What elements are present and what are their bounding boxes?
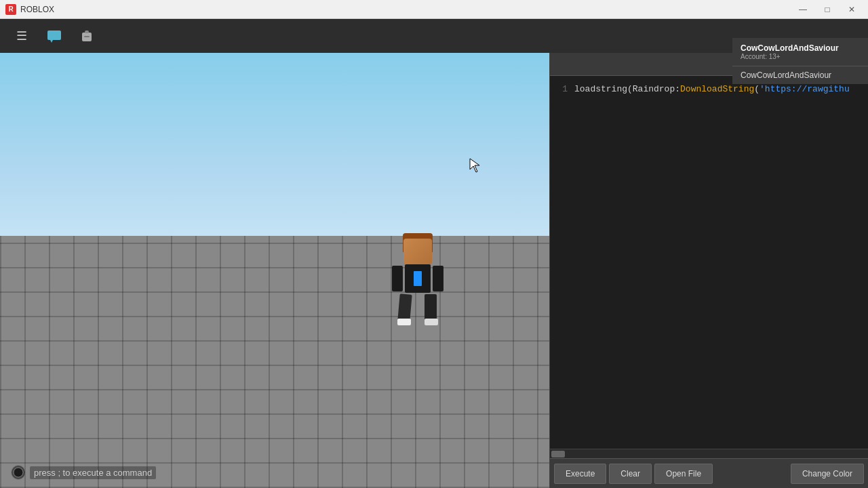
editor-scrollbar[interactable]: [550, 449, 868, 458]
svg-marker-1: [50, 40, 53, 43]
code-url: 'https://rawgithu: [760, 84, 850, 94]
backpack-icon: [79, 28, 94, 43]
svg-rect-0: [47, 30, 61, 40]
toolbar: ☰ CowCowLordAndSaviour Account: 13+ CowC…: [0, 19, 868, 53]
code-editor[interactable]: 1 loadstring(Raindrop:DownloadString('ht…: [550, 76, 868, 449]
user-account-type: Account: 13+: [741, 53, 860, 60]
character-shirt: [414, 271, 422, 286]
code-text-plain: loadstring(Raindrop:: [574, 84, 680, 94]
character-foot-right: [425, 319, 438, 325]
code-content: loadstring(Raindrop:DownloadString('http…: [574, 84, 850, 94]
character-head: [403, 239, 432, 264]
title-bar: R ROBLOX — □ ✕: [0, 0, 868, 19]
clear-button[interactable]: Clear: [609, 464, 652, 484]
hint-label: press ; to execute a command: [30, 466, 156, 479]
bottom-hint: press ; to execute a command: [11, 465, 156, 480]
semicolon-icon: [13, 467, 24, 478]
svg-point-5: [14, 468, 23, 477]
code-line-1: 1 loadstring(Raindrop:DownloadString('ht…: [550, 83, 868, 96]
chat-icon: [46, 28, 62, 44]
player-character: [391, 239, 445, 327]
user-info: CowCowLordAndSaviour Account: 13+: [732, 38, 868, 66]
code-text-method: DownloadString: [680, 84, 754, 94]
open-file-button[interactable]: Open File: [654, 464, 713, 484]
app-icon: R: [5, 4, 16, 15]
character-arm-left: [392, 266, 403, 291]
user-dropdown-item[interactable]: CowCowLordAndSaviour: [732, 66, 868, 84]
svg-rect-4: [84, 36, 90, 37]
character-arm-right: [433, 266, 443, 291]
character-torso: [405, 264, 431, 293]
line-number: 1: [550, 84, 574, 94]
character-leg-left: [397, 294, 412, 322]
minimize-button[interactable]: —: [792, 3, 814, 16]
character-foot-left: [397, 319, 411, 325]
username: CowCowLordAndSaviour: [741, 43, 860, 53]
close-button[interactable]: ✕: [841, 3, 863, 16]
maximize-button[interactable]: □: [816, 3, 838, 16]
window-controls: — □ ✕: [792, 3, 863, 16]
hint-key-icon: [11, 465, 26, 480]
synapse-panel: Synapse v3.1.0 1 loadstring(Raindrop:Dow…: [549, 53, 868, 488]
chat-button[interactable]: [43, 25, 65, 47]
execute-button[interactable]: Execute: [554, 464, 606, 484]
window-title: ROBLOX: [20, 5, 792, 14]
backpack-button[interactable]: [76, 25, 98, 47]
button-bar: Execute Clear Open File Change Color: [550, 458, 868, 488]
user-area: CowCowLordAndSaviour Account: 13+ CowCow…: [732, 38, 868, 84]
game-viewport: press ; to execute a command Synapse v3.…: [0, 53, 868, 488]
change-color-button[interactable]: Change Color: [791, 464, 864, 484]
code-paren: (: [754, 84, 760, 94]
scrollbar-thumb: [551, 451, 565, 458]
character-leg-right: [425, 294, 437, 321]
svg-rect-3: [85, 30, 89, 33]
menu-button[interactable]: ☰: [11, 25, 33, 47]
